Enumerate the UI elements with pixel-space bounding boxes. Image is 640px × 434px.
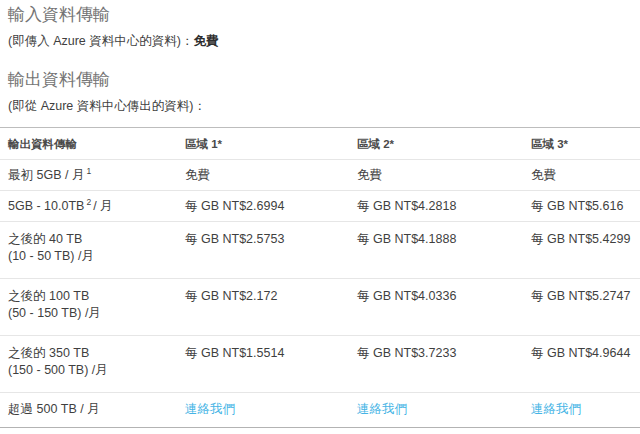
contact-us-link-zone1[interactable]: 連絡我們 bbox=[185, 402, 235, 416]
column-header-zone2: 區域 2* bbox=[357, 128, 531, 160]
egress-pricing-table: 輸出資料傳輸 區域 1* 區域 2* 區域 3* 最初 5GB / 月1 免費 … bbox=[0, 127, 640, 428]
tier-label: 之後的 350 TB(150 - 500 TB) /月 bbox=[0, 336, 185, 393]
price-zone1: 每 GB NT$2.5753 bbox=[185, 222, 357, 279]
table-row-over-500tb: 超過 500 TB / 月 連絡我們 連絡我們 連絡我們 bbox=[0, 393, 640, 428]
tier-label: 超過 500 TB / 月 bbox=[0, 393, 185, 428]
table-row-first-5gb: 最初 5GB / 月1 免費 免費 免費 bbox=[0, 160, 640, 191]
price-zone1: 每 GB NT$1.5514 bbox=[185, 336, 357, 393]
price-zone2: 每 GB NT$4.1888 bbox=[357, 222, 531, 279]
column-header-zone1: 區域 1* bbox=[185, 128, 357, 160]
contact-cell-zone1: 連絡我們 bbox=[185, 393, 357, 428]
price-zone3: 每 GB NT$4.9644 bbox=[531, 336, 640, 393]
table-row-next-350tb: 之後的 350 TB(150 - 500 TB) /月 每 GB NT$1.55… bbox=[0, 336, 640, 393]
price-zone2: 每 GB NT$4.2818 bbox=[357, 191, 531, 222]
ingress-free-label: 免費 bbox=[193, 34, 218, 48]
price-zone3: 每 GB NT$5.2747 bbox=[531, 279, 640, 336]
price-zone3: 每 GB NT$5.4299 bbox=[531, 222, 640, 279]
table-header-row: 輸出資料傳輸 區域 1* 區域 2* 區域 3* bbox=[0, 128, 640, 160]
table-row-next-100tb: 之後的 100 TB(50 - 150 TB) /月 每 GB NT$2.172… bbox=[0, 279, 640, 336]
footnote-ref-2: 2 bbox=[86, 197, 91, 207]
ingress-section-note: (即傳入 Azure 資料中心的資料)：免費 bbox=[8, 33, 640, 49]
tier-label: 最初 5GB / 月1 bbox=[0, 160, 185, 191]
egress-section-title: 輸出資料傳輸 bbox=[8, 70, 640, 90]
tier-label: 之後的 40 TB(10 - 50 TB) /月 bbox=[0, 222, 185, 279]
tier-label: 5GB - 10.0TB2/ 月 bbox=[0, 191, 185, 222]
table-row-5gb-10tb: 5GB - 10.0TB2/ 月 每 GB NT$2.6994 每 GB NT$… bbox=[0, 191, 640, 222]
price-zone2: 每 GB NT$3.7233 bbox=[357, 336, 531, 393]
price-zone1: 每 GB NT$2.172 bbox=[185, 279, 357, 336]
price-zone1: 免費 bbox=[185, 160, 357, 191]
column-header-zone3: 區域 3* bbox=[531, 128, 640, 160]
contact-cell-zone2: 連絡我們 bbox=[357, 393, 531, 428]
footnote-ref-1: 1 bbox=[86, 166, 91, 176]
price-zone3: 免費 bbox=[531, 160, 640, 191]
ingress-section-title: 輸入資料傳輸 bbox=[8, 0, 640, 25]
tier-label: 之後的 100 TB(50 - 150 TB) /月 bbox=[0, 279, 185, 336]
column-header-egress: 輸出資料傳輸 bbox=[0, 128, 185, 160]
ingress-note-text: (即傳入 Azure 資料中心的資料)： bbox=[8, 34, 193, 48]
data-transfer-pricing-page: 輸入資料傳輸 (即傳入 Azure 資料中心的資料)：免費 輸出資料傳輸 (即從… bbox=[0, 0, 640, 434]
price-zone2: 免費 bbox=[357, 160, 531, 191]
contact-us-link-zone2[interactable]: 連絡我們 bbox=[357, 402, 407, 416]
contact-us-link-zone3[interactable]: 連絡我們 bbox=[531, 402, 581, 416]
table-row-next-40tb: 之後的 40 TB(10 - 50 TB) /月 每 GB NT$2.5753 … bbox=[0, 222, 640, 279]
contact-cell-zone3: 連絡我們 bbox=[531, 393, 640, 428]
footnotes: * 如需區域的詳細資訊，請參閱下列常見問題集。 1如果是貨幣信用額度方案，輸出資… bbox=[0, 428, 640, 434]
price-zone1: 每 GB NT$2.6994 bbox=[185, 191, 357, 222]
price-zone3: 每 GB NT$5.616 bbox=[531, 191, 640, 222]
price-zone2: 每 GB NT$4.0336 bbox=[357, 279, 531, 336]
egress-section-note: (即從 Azure 資料中心傳出的資料)： bbox=[8, 98, 640, 114]
